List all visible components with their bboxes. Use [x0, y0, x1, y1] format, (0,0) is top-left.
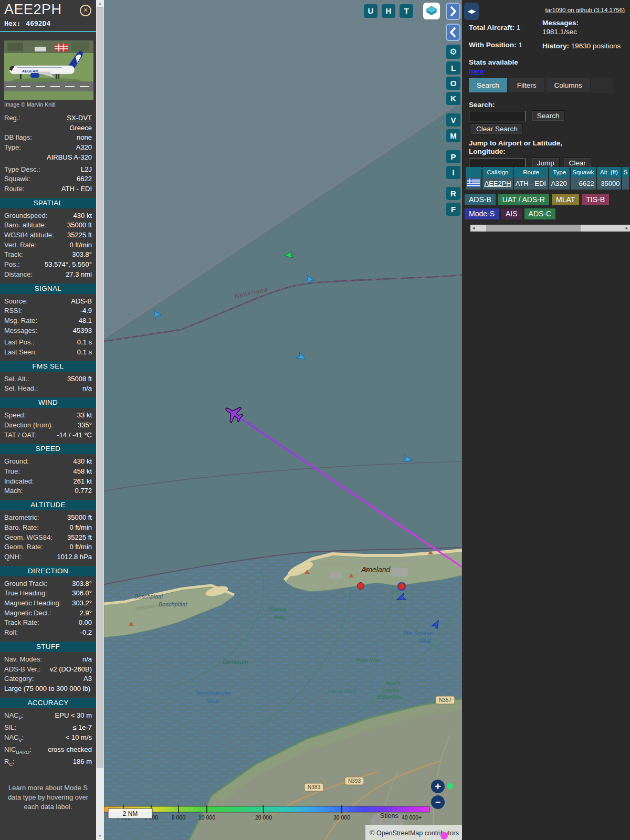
tab-columns[interactable]: Columns	[546, 78, 591, 93]
row-value: 335°	[53, 421, 92, 430]
photo-credit: Image © Marvin Knitl	[0, 100, 96, 108]
data-row: AIRBUS A-320	[0, 153, 96, 163]
map-button-O[interactable]: O	[446, 77, 460, 90]
map-label: Oosterom	[223, 659, 248, 665]
settings-button[interactable]: ⚙	[446, 45, 460, 59]
col-flag[interactable]	[466, 167, 481, 177]
sidebar-expand-button[interactable]	[446, 3, 460, 20]
clear-search-button[interactable]: Clear Search	[471, 123, 523, 134]
map-label: Boschplaat	[159, 601, 187, 607]
messages-label: Messages:	[542, 19, 579, 27]
map-canvas[interactable]: Nederland Boschplaat Boschplaat Blauwe B…	[104, 0, 462, 840]
map-button-P[interactable]: P	[446, 150, 460, 163]
layers-button[interactable]	[423, 3, 440, 19]
row-value: A320	[21, 143, 92, 153]
section-header-direction[interactable]: DIRECTION	[0, 566, 96, 576]
map-button-T[interactable]: T	[400, 4, 413, 18]
col-alt[interactable]: Alt. (ft)	[597, 167, 622, 177]
section-header-altitude[interactable]: ALTITUDE	[0, 500, 96, 510]
map-button-M[interactable]: M	[446, 129, 460, 142]
scroll-right-icon[interactable]: ▸	[624, 225, 630, 232]
map-label-ameland: Ameland	[361, 565, 391, 574]
section-header-signal[interactable]: SIGNAL	[0, 284, 96, 294]
scrollbar-thumb[interactable]	[97, 7, 103, 768]
row-value[interactable]: SX-DVT	[20, 113, 92, 123]
tab-search[interactable]: Search	[468, 78, 508, 93]
aircraft-row[interactable]: AEE2PH ATH - EDI A320 6622 35000	[466, 177, 629, 190]
row-label: Groundspeed:	[4, 211, 47, 221]
zoom-out-icon[interactable]: −	[435, 797, 441, 807]
source-badge-ads-c[interactable]: ADS-C	[524, 208, 556, 219]
map-button-R[interactable]: R	[446, 187, 460, 200]
scroll-up-icon[interactable]: ▲	[96, 0, 104, 7]
data-row: Geom. Rate:0 ft/min	[0, 542, 96, 552]
hscrollbar-thumb[interactable]	[486, 225, 581, 232]
aircraft-photo[interactable]: AEGEAN	[4, 40, 93, 100]
stats-available-label: Stats available	[469, 58, 518, 66]
source-badge-mlat[interactable]: MLAT	[552, 194, 579, 205]
col-callsign[interactable]: Callsign	[482, 167, 512, 177]
close-icon[interactable]: ×	[80, 5, 91, 16]
osm-attribution[interactable]: © OpenStreetMap contributors	[365, 825, 462, 840]
map-button-I[interactable]: I	[446, 166, 460, 179]
col-clipped[interactable]: S	[622, 167, 629, 177]
road-badge-n357: N357	[436, 696, 455, 704]
source-badge-uat-ads-r[interactable]: UAT / ADS-R	[498, 194, 549, 205]
row-value: 35000 ft	[39, 513, 92, 523]
row-label: True Heading:	[4, 589, 47, 598]
source-badge-tis-b[interactable]: TIS-B	[582, 194, 609, 205]
data-row: Direction (from):335°	[0, 421, 96, 430]
data-row: Greece	[0, 123, 96, 133]
row-label: Sel. Alt.:	[4, 374, 29, 384]
source-badge-ais[interactable]: AIS	[501, 208, 522, 219]
col-type[interactable]: Type	[549, 167, 570, 177]
source-badge-ads-b[interactable]: ADS-B	[465, 194, 496, 205]
row-value: -14 / -41 °C	[36, 430, 92, 440]
data-row: Baro. altitude:35000 ft	[0, 220, 96, 230]
row-label: TAT / OAT:	[4, 430, 36, 440]
panel-swap-button[interactable]: ◀▶	[464, 3, 479, 20]
map-button-L[interactable]: L	[446, 61, 460, 75]
tab-filters[interactable]: Filters	[509, 78, 545, 93]
data-row: Ground:430 kt	[0, 457, 96, 467]
with-position-value: 1	[518, 41, 522, 49]
section-header-speed[interactable]: SPEED	[0, 444, 96, 454]
ground-marker[interactable]	[358, 583, 364, 590]
sidebar-collapse-button[interactable]	[446, 24, 460, 41]
scroll-left-icon[interactable]: ◂	[470, 225, 477, 232]
cell-callsign[interactable]: AEE2PH	[482, 177, 512, 190]
row-value: 0.1 s	[37, 348, 92, 358]
map-button-V[interactable]: V	[446, 113, 460, 127]
search-button[interactable]: Search	[532, 110, 565, 121]
section-header-wind[interactable]: WIND	[0, 397, 96, 408]
zoom-in-icon[interactable]: +	[435, 781, 441, 792]
data-row: Magnetic Decl.:2.9°	[0, 608, 96, 618]
sidebar-scrollbar[interactable]: ▲ ▼	[96, 0, 104, 840]
total-aircraft-value: 1	[517, 24, 521, 32]
row-value: 430 kt	[47, 211, 92, 221]
map-button-K[interactable]: K	[446, 92, 460, 105]
map-button-F[interactable]: F	[446, 203, 460, 216]
source-badge-mode-s[interactable]: Mode-S	[465, 208, 499, 219]
scroll-down-icon[interactable]: ▼	[96, 833, 104, 840]
col-squawk[interactable]: Squawk	[571, 167, 596, 177]
version-link[interactable]: tar1090 on github (3.14.1756)	[545, 7, 625, 13]
map[interactable]: Nederland Boschplaat Boschplaat Blauwe B…	[104, 0, 462, 840]
stats-here-link[interactable]: here	[469, 67, 484, 75]
section-header-fms-sel[interactable]: FMS SEL	[0, 361, 96, 372]
section-header-spatial[interactable]: SPATIAL	[0, 198, 96, 208]
map-button-U[interactable]: U	[364, 4, 377, 18]
col-route[interactable]: Route	[514, 167, 549, 177]
section-header-accuracy[interactable]: ACCURACY	[0, 698, 96, 708]
section-header-stuff[interactable]: STUFF	[0, 642, 96, 652]
data-row: Baro. Rate:0 ft/min	[0, 523, 96, 533]
row-label: Geom. Rate:	[4, 542, 43, 552]
row-value: 1012.8 hPa	[22, 552, 92, 562]
ground-marker[interactable]	[398, 583, 405, 590]
search-input[interactable]	[469, 111, 526, 121]
row-value: 27.3 nmi	[33, 270, 92, 280]
data-row: WGS84 altitude:35225 ft	[0, 230, 96, 240]
map-button-H[interactable]: H	[382, 4, 395, 18]
footer-note: Learn more about Mode S data type by hov…	[0, 770, 96, 812]
table-hscrollbar[interactable]: ◂ ▸	[470, 225, 630, 232]
